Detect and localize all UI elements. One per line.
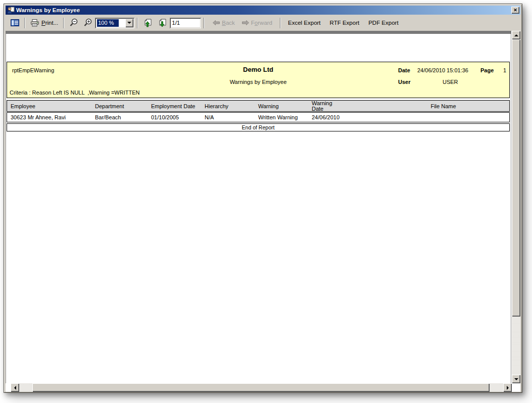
date-label: Date <box>398 67 410 73</box>
vertical-scrollbar-track[interactable] <box>512 317 520 375</box>
toolbar-separator <box>137 18 138 28</box>
group-tree-toggle-button[interactable] <box>8 17 22 29</box>
page-number-input[interactable] <box>170 18 201 28</box>
cell-employee: 30623 Mr Ahnee, Ravi <box>11 114 95 120</box>
forward-arrow-icon <box>242 20 249 25</box>
zoom-in-icon <box>83 18 92 27</box>
report-body: rptEmpEWarning Demo Ltd Warnings by Empl… <box>7 62 510 131</box>
printer-icon <box>30 19 39 27</box>
cell-warning-date: 24/06/2010 <box>312 114 377 120</box>
vertical-scrollbar[interactable] <box>512 31 520 383</box>
column-header-warning-date: Warning Date <box>312 101 377 112</box>
zoom-level-value: 100 % <box>97 19 119 27</box>
report-subtitle: Warnings by Employee <box>7 79 509 85</box>
scroll-left-button[interactable] <box>11 383 19 392</box>
toolbar-separator <box>63 18 64 28</box>
triangle-down-icon <box>514 378 518 380</box>
horizontal-scrollbar-thumb[interactable] <box>32 383 490 392</box>
report-viewer-area: rptEmpEWarning Demo Ltd Warnings by Empl… <box>6 31 520 392</box>
column-header-hierarchy: Hierarchy <box>205 103 258 109</box>
column-header-file-name: File Name <box>377 103 509 109</box>
toolbar-separator <box>204 18 205 28</box>
cell-warning: Written Warning <box>258 114 312 120</box>
close-icon: ✕ <box>513 8 517 13</box>
forward-button[interactable]: Forward <box>239 17 275 29</box>
cell-employment-date: 01/10/2005 <box>151 114 205 120</box>
user-label: User <box>398 79 410 85</box>
back-button-label: Back <box>222 20 235 26</box>
next-page-button[interactable] <box>155 17 170 29</box>
toolbar: Print... 100 % <box>6 15 520 30</box>
group-tree-icon <box>11 19 19 26</box>
cell-department: Bar/Beach <box>95 114 151 120</box>
pdf-export-button[interactable]: PDF Export <box>364 17 403 29</box>
horizontal-scrollbar-track[interactable] <box>490 383 503 392</box>
end-of-report-band: End of Report <box>7 123 510 131</box>
report-page: rptEmpEWarning Demo Ltd Warnings by Empl… <box>6 34 511 383</box>
zoom-out-icon <box>69 18 78 27</box>
triangle-right-icon <box>507 386 509 390</box>
table-row: 30623 Mr Ahnee, Ravi Bar/Beach 01/10/200… <box>7 112 510 122</box>
zoom-level-combobox[interactable]: 100 % <box>95 18 134 28</box>
back-button[interactable]: Back <box>210 17 237 29</box>
page-label: Page <box>480 67 494 73</box>
zoom-combobox-dropdown-button[interactable] <box>125 19 133 27</box>
toolbar-separator <box>280 18 281 28</box>
triangle-up-icon <box>514 34 518 36</box>
criteria-line: Criteria : Reason Left IS NULL ,Warning … <box>10 89 139 96</box>
close-button[interactable]: ✕ <box>511 7 519 14</box>
user-value: USER <box>443 79 458 85</box>
date-value: 24/06/2010 15:01:36 <box>417 67 468 73</box>
app-icon <box>7 7 15 14</box>
page-up-icon <box>143 19 153 27</box>
report-header-band: rptEmpEWarning Demo Ltd Warnings by Empl… <box>7 62 510 98</box>
table-header-row: Employee Department Employment Date Hier… <box>7 100 510 112</box>
column-header-warning: Warning <box>258 103 312 109</box>
back-arrow-icon <box>213 20 220 25</box>
horizontal-scrollbar[interactable] <box>11 383 512 392</box>
scroll-down-button[interactable] <box>512 375 520 383</box>
column-header-employee: Employee <box>11 103 95 109</box>
cell-hierarchy: N/A <box>205 114 258 120</box>
chevron-down-icon <box>127 22 131 24</box>
excel-export-button[interactable]: Excel Export <box>283 17 325 29</box>
forward-button-label: Forward <box>251 20 272 26</box>
vertical-scrollbar-thumb[interactable] <box>512 39 520 317</box>
scroll-up-button[interactable] <box>512 31 520 39</box>
toolbar-separator <box>24 18 25 28</box>
previous-page-button[interactable] <box>140 17 155 29</box>
page-down-icon <box>158 19 167 27</box>
rtf-export-button[interactable]: RTF Export <box>325 17 364 29</box>
scroll-right-button[interactable] <box>503 383 512 392</box>
page-number-value: 1 <box>503 67 506 73</box>
triangle-left-icon <box>14 386 16 390</box>
print-button-label: Print... <box>41 20 58 26</box>
zoom-out-button[interactable] <box>67 17 81 29</box>
title-bar[interactable]: Warnings by Employee ✕ <box>6 6 520 15</box>
print-button[interactable]: Print... <box>28 17 61 29</box>
zoom-in-button[interactable] <box>81 17 95 29</box>
column-header-employment-date: Employment Date <box>151 103 205 109</box>
report-viewer-window: Warnings by Employee ✕ <box>4 4 522 393</box>
window-title: Warnings by Employee <box>16 7 511 13</box>
column-header-department: Department <box>95 103 151 109</box>
horizontal-scrollbar-track[interactable] <box>19 383 32 392</box>
